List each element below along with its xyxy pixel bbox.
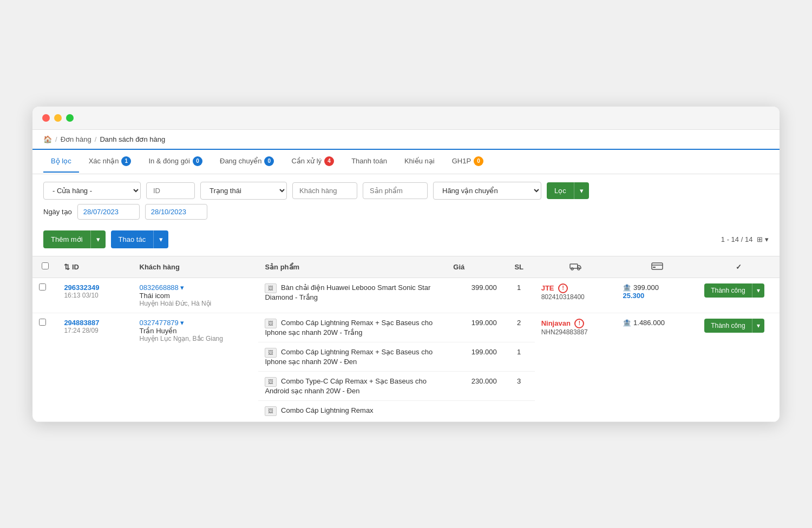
home-icon[interactable]: 🏠 — [43, 135, 52, 143]
row-carrier-2: Ninjavan ! NHN294883887 — [535, 313, 617, 421]
date-to-input[interactable] — [145, 204, 207, 220]
date-filter-label: Ngày tạo — [43, 208, 72, 216]
row-price-2-2: 199.000 — [447, 342, 503, 371]
maximize-button[interactable] — [66, 114, 74, 122]
tab-bo-loc[interactable]: Bộ lọc — [43, 150, 79, 173]
tab-xac-nhan[interactable]: Xác nhận 1 — [81, 150, 139, 174]
row-payment-2: 🏦 1.486.000 — [616, 313, 698, 421]
tab-can-xu-ly-badge: 4 — [324, 156, 334, 166]
breadcrumb-sep1: / — [55, 135, 57, 143]
thao-tac-dropdown-button[interactable]: ▾ — [153, 230, 168, 248]
product-name-2-1: Combo Cáp Lightning Remax + Sạc Baseus c… — [265, 319, 433, 336]
thao-tac-group: Thao tác ▾ — [111, 230, 169, 248]
filter-row: - Cửa hàng - Trạng thái Hãng vận chuyển … — [32, 174, 780, 204]
product-image-icon: 🖼 — [265, 283, 277, 293]
col-header-status: ✓ — [698, 256, 780, 278]
customer-name-2: Trần Huyền — [140, 327, 252, 335]
orders-table: ⇅ ID Khách hàng Sản phẩm Giá SL — [32, 256, 780, 422]
chevron-down-icon: ▾ — [96, 235, 100, 243]
product-name-2-3: Combo Type-C Cáp Remax + Sạc Baseus cho … — [265, 377, 427, 395]
svg-point-1 — [571, 268, 573, 270]
chevron-down-icon: ▾ — [580, 187, 584, 195]
carrier-filter[interactable]: Hãng vận chuyển — [433, 182, 541, 200]
id-filter[interactable] — [146, 182, 195, 199]
breadcrumb-item-orders[interactable]: Đơn hàng — [61, 135, 91, 143]
status-badge-dropdown-2[interactable]: ▾ — [752, 319, 764, 333]
row-qty-1-1: 1 — [503, 278, 535, 313]
row-qty-2-4 — [503, 400, 535, 421]
tab-bo-loc-label: Bộ lọc — [51, 157, 71, 165]
payment-amount-2: 🏦 1.486.000 — [623, 319, 691, 327]
row-qty-2-3: 3 — [503, 371, 535, 400]
col-header-payment — [616, 256, 698, 278]
table-row: 294883887 17:24 28/09 0327477879 ▾ Trần … — [32, 313, 780, 342]
row-status-1: Thành công ▾ — [698, 278, 780, 313]
them-moi-dropdown-button[interactable]: ▾ — [90, 230, 106, 248]
carrier-name-2: Ninjavan — [541, 319, 571, 327]
svg-rect-5 — [653, 267, 656, 268]
carrier-warning-icon-2: ! — [574, 319, 584, 328]
tab-bar: Bộ lọc Xác nhận 1 In & đóng gói 0 Đang c… — [32, 150, 780, 174]
tab-thanh-toan-label: Thanh toán — [351, 157, 387, 165]
customer-filter[interactable] — [292, 182, 357, 199]
tab-in-dong-goi-badge: 0 — [193, 156, 202, 166]
product-image-icon: 🖼 — [265, 377, 277, 387]
row-price-2-1: 199.000 — [447, 313, 503, 342]
order-id-link-1[interactable]: 296332349 — [64, 283, 126, 292]
order-id-link-2[interactable]: 294883887 — [64, 319, 126, 327]
status-badge-dropdown-1[interactable]: ▾ — [752, 283, 764, 298]
payment-amount-1: 🏦 399.000 — [623, 283, 691, 292]
status-badge-2[interactable]: Thành công — [704, 319, 751, 333]
tab-gh1p-label: GH1P — [452, 157, 471, 165]
store-filter[interactable]: - Cửa hàng - — [43, 182, 141, 200]
them-moi-button[interactable]: Thêm mới — [43, 230, 90, 248]
date-from-input[interactable] — [77, 204, 140, 220]
row-product-2-4: 🖼 Combo Cáp Lightning Remax — [258, 400, 447, 421]
tab-gh1p[interactable]: GH1P 0 — [444, 150, 491, 174]
carrier-name-1: JTE — [541, 283, 554, 292]
tab-dang-chuyen-badge: 0 — [264, 156, 274, 166]
col-header-id[interactable]: ⇅ ID — [57, 256, 133, 278]
thao-tac-button[interactable]: Thao tác — [111, 230, 154, 248]
tab-khieu-nai[interactable]: Khiếu nại — [397, 150, 442, 173]
customer-phone-1[interactable]: 0832668888 ▾ — [140, 283, 252, 292]
order-time-2: 17:24 28/09 — [64, 327, 126, 334]
loc-dropdown-button[interactable]: ▾ — [574, 182, 589, 199]
customer-addr-2: Huyện Lục Ngạn, Bắc Giang — [140, 335, 252, 342]
row-product-2-3: 🖼 Combo Type-C Cáp Remax + Sạc Baseus ch… — [258, 371, 447, 400]
tab-in-dong-goi[interactable]: In & đóng gói 0 — [141, 150, 210, 174]
layout-icon[interactable]: ⊞ ▾ — [757, 235, 769, 243]
product-name-2-2: Combo Cáp Lightning Remax + Sạc Baseus c… — [265, 348, 433, 366]
product-filter[interactable] — [363, 182, 428, 199]
minimize-button[interactable] — [54, 114, 62, 122]
actions-left: Thêm mới ▾ Thao tác ▾ — [43, 230, 168, 248]
col-header-qty: SL — [503, 256, 535, 278]
svg-rect-3 — [652, 263, 663, 269]
order-time-1: 16:13 03/10 — [64, 292, 126, 299]
page-content: 🏠 / Đơn hàng / Danh sách đơn hàng Bộ lọc… — [32, 130, 780, 422]
bank-icon-2: 🏦 — [623, 319, 631, 327]
carrier-warning-icon-1: ! — [558, 283, 568, 293]
tab-dang-chuyen[interactable]: Đang chuyển 0 — [212, 150, 281, 174]
row-checkbox-2[interactable] — [39, 319, 46, 326]
loc-button[interactable]: Lọc — [547, 182, 574, 199]
customer-phone-2[interactable]: 0327477879 ▾ — [140, 319, 252, 327]
titlebar — [32, 107, 780, 130]
payment-secondary-1: 25.300 — [623, 292, 691, 300]
tab-can-xu-ly[interactable]: Cần xử lý 4 — [284, 150, 342, 174]
row-checkbox-1[interactable] — [39, 283, 46, 291]
status-filter[interactable]: Trạng thái — [200, 182, 287, 200]
close-button[interactable] — [42, 114, 50, 122]
select-all-checkbox[interactable] — [42, 262, 49, 269]
tab-thanh-toan[interactable]: Thanh toán — [344, 150, 395, 173]
actions-row: Thêm mới ▾ Thao tác ▾ 1 - 14 / 14 ⊞ ▾ — [32, 226, 780, 256]
table-row: 296332349 16:13 03/10 0832668888 ▾ Thái … — [32, 278, 780, 313]
product-image-icon: 🖼 — [265, 319, 277, 328]
carrier-code-1: 802410318400 — [541, 293, 610, 301]
tab-can-xu-ly-label: Cần xử lý — [291, 157, 322, 165]
col-header-product: Sản phẩm — [258, 256, 447, 278]
svg-rect-0 — [570, 264, 578, 268]
col-header-check — [32, 256, 57, 278]
them-moi-group: Thêm mới ▾ — [43, 230, 106, 248]
status-badge-1[interactable]: Thành công — [704, 283, 751, 298]
